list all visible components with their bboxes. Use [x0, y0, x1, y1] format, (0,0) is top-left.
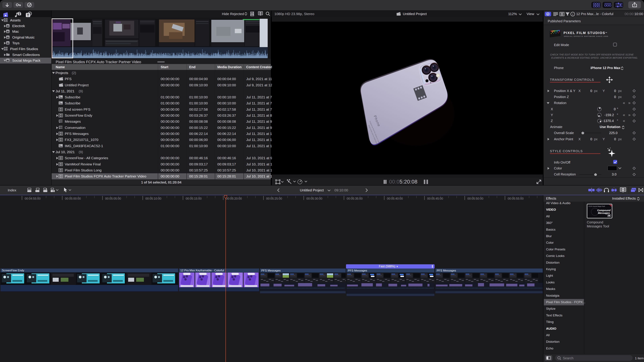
svg-text:T: T — [27, 13, 29, 17]
svg-text:Compound: Compound — [597, 209, 611, 212]
svg-text:PFS Messages: PFS Messages — [437, 269, 456, 272]
svg-text:PFS Messages: PFS Messages — [348, 269, 367, 272]
svg-text:FCPX Social Mega Pack: FCPX Social Mega Pack — [588, 205, 605, 207]
svg-text:2: 2 — [547, 12, 548, 15]
svg-text:i: i — [572, 12, 573, 16]
svg-text:Messages: Messages — [598, 212, 610, 214]
svg-text:ScreenFlow Endy: ScreenFlow Endy — [2, 269, 24, 272]
svg-text:PFS Messages: PFS Messages — [261, 269, 280, 272]
svg-text:12 Pro Max Keyframable - Color: 12 Pro Max Keyframable - Colorful — [180, 269, 224, 272]
